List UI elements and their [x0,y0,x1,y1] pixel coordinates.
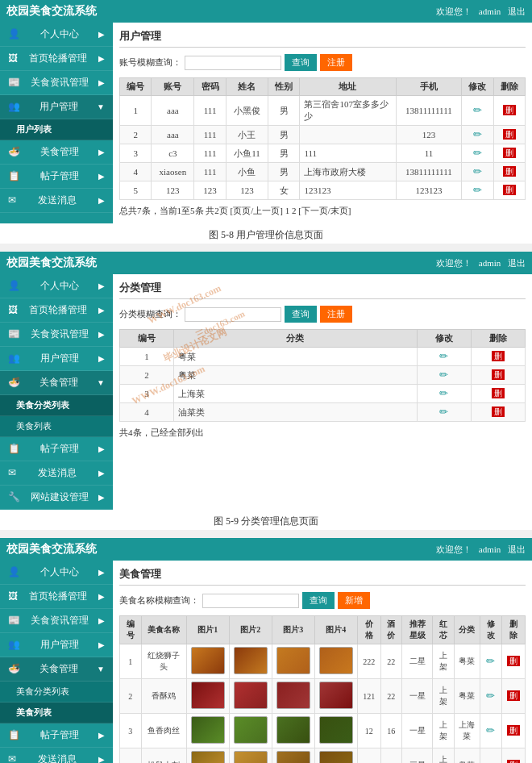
sidebar-item-msg-3[interactable]: ✉ 发送消息 ▶ [0,748,113,763]
edit-icon[interactable]: ✏ [439,406,448,418]
cell-del[interactable]: 删 [471,403,525,422]
cell-del[interactable]: 删 [493,96,525,126]
edit-icon[interactable]: ✏ [486,655,495,667]
search-button-3[interactable]: 查询 [302,592,335,609]
cell-edit[interactable]: ✏ [462,96,493,126]
cell-del[interactable]: 删 [501,748,525,764]
sidebar-item-news-1[interactable]: 📰 关食资讯管理 ▶ [0,71,113,95]
sidebar-item-users-2[interactable]: 👥 用户管理 ▶ [0,347,113,371]
sidebar-subitem-foodlist-3[interactable]: 美食列表 [0,703,113,723]
edit-icon[interactable]: ✏ [439,387,448,399]
search-input-1[interactable] [185,56,281,70]
sidebar-subitem-userlist-1[interactable]: 用户列表 [0,119,113,140]
delete-icon[interactable]: 删 [503,166,516,177]
main-layout-1: 👤 个人中心 ▶ 🖼 首页轮播管理 ▶ 📰 关食资讯管理 ▶ 👥 用户管理 ▼ … [0,23,532,223]
delete-icon[interactable]: 删 [503,129,516,140]
logout-link-3[interactable]: 退出 [508,544,526,554]
delete-icon[interactable]: 删 [492,369,505,380]
sidebar-item-carousel-1[interactable]: 🖼 首页轮播管理 ▶ [0,47,113,71]
edit-icon[interactable]: ✏ [439,350,448,362]
delete-icon[interactable]: 删 [492,388,505,398]
delete-icon[interactable]: 删 [507,760,520,763]
search-button-1[interactable]: 查询 [285,54,317,71]
edit-icon[interactable]: ✏ [473,165,482,177]
cell-edit[interactable]: ✏ [462,163,493,181]
cell-del[interactable]: 删 [493,181,525,200]
cell-del[interactable]: 删 [471,366,525,385]
top-right-1: 欢迎您！ admin 退出 [431,6,526,18]
sidebar-item-posts-2[interactable]: 📋 帖子管理 ▶ [0,437,113,461]
cell-del[interactable]: 删 [471,385,525,403]
cell-del[interactable]: 删 [501,644,525,679]
admin-link-2[interactable]: admin [479,258,501,268]
delete-icon[interactable]: 删 [507,690,520,701]
system-title-1: 校园美食交流系统 [6,4,97,19]
sidebar-item-posts-3[interactable]: 📋 帖子管理 ▶ [0,723,113,748]
cell-del[interactable]: 删 [493,163,525,181]
cell-edit[interactable]: ✏ [417,403,471,422]
admin-link-3[interactable]: admin [479,544,501,554]
delete-icon[interactable]: 删 [492,407,505,417]
delete-icon[interactable]: 删 [507,725,520,736]
cell-del[interactable]: 删 [471,348,525,366]
logout-link-2[interactable]: 退出 [508,258,526,268]
sidebar-item-news-2[interactable]: 📰 关食资讯管理 ▶ [0,323,113,347]
sidebar-item-users-3[interactable]: 👥 用户管理 ▶ [0,633,113,657]
delete-icon[interactable]: 删 [503,148,516,158]
edit-icon[interactable]: ✏ [473,104,482,116]
table-row: 4 松鼠上刺 12 12 三星 上架 粤菜 ✏ 删 [120,748,526,764]
add-button-1[interactable]: 注册 [320,54,352,71]
edit-icon[interactable]: ✏ [439,369,448,381]
admin-link-1[interactable]: admin [479,6,501,16]
cell-del[interactable]: 删 [493,144,525,163]
cell-edit[interactable]: ✏ [462,126,493,144]
add-button-3[interactable]: 新增 [338,592,370,609]
sidebar-item-food-3[interactable]: 🍜 关食管理 ▼ [0,657,113,682]
sidebar-item-msg-2[interactable]: ✉ 发送消息 ▶ [0,461,113,486]
sidebar-item-carousel-3[interactable]: 🖼 首页轮播管理 ▶ [0,585,113,609]
cell-edit[interactable]: ✏ [480,748,501,764]
sidebar-item-profile-2[interactable]: 👤 个人中心 ▶ [0,274,113,298]
sidebar-subitem-catlist-3[interactable]: 美食分类列表 [0,682,113,703]
content-3: 美食管理 美食名称模糊查询： 查询 新增 编号 美食名称 图片1 图片2 图片3… [113,561,532,763]
edit-icon[interactable]: ✏ [486,690,495,702]
delete-icon[interactable]: 删 [507,656,520,666]
add-button-2[interactable]: 注册 [320,306,352,323]
cell-edit[interactable]: ✏ [462,144,493,163]
cell-edit[interactable]: ✏ [417,348,471,366]
sidebar-item-posts-1[interactable]: 📋 帖子管理 ▶ [0,165,113,189]
sidebar-item-webmgr-2[interactable]: 🔧 网站建设管理 ▶ [0,486,113,510]
sidebar-item-news-3[interactable]: 📰 关食资讯管理 ▶ [0,609,113,633]
edit-icon[interactable]: ✏ [486,724,495,736]
cell-del[interactable]: 删 [501,679,525,714]
sidebar-subitem-foodlist-2[interactable]: 美食列表 [0,416,113,437]
edit-icon[interactable]: ✏ [473,128,482,140]
cell-del[interactable]: 删 [501,714,525,748]
edit-icon[interactable]: ✏ [486,759,495,763]
delete-icon[interactable]: 删 [492,351,505,361]
search-button-2[interactable]: 查询 [285,306,317,323]
edit-icon[interactable]: ✏ [473,184,482,196]
delete-icon[interactable]: 删 [503,105,516,115]
sidebar-item-food-1[interactable]: 🍜 美食管理 ▶ [0,140,113,165]
search-bar-3: 美食名称模糊查询： 查询 新增 [119,592,526,609]
delete-icon[interactable]: 删 [503,185,516,195]
edit-icon[interactable]: ✏ [473,147,482,159]
cell-edit[interactable]: ✏ [480,679,501,714]
sidebar-subitem-catlist-2[interactable]: 美食分类列表 [0,395,113,416]
search-input-3[interactable] [202,594,299,608]
logout-link-1[interactable]: 退出 [508,6,526,16]
sidebar-item-users-1[interactable]: 👥 用户管理 ▼ [0,95,113,119]
sidebar-item-carousel-2[interactable]: 🖼 首页轮播管理 ▶ [0,298,113,323]
cell-del[interactable]: 删 [493,126,525,144]
cell-edit[interactable]: ✏ [462,181,493,200]
sidebar-item-msg-1[interactable]: ✉ 发送消息 ▶ [0,189,113,213]
sidebar-item-profile-1[interactable]: 👤 个人中心 ▶ [0,23,113,47]
cell-edit[interactable]: ✏ [480,644,501,679]
cell-edit[interactable]: ✏ [480,714,501,748]
sidebar-item-profile-3[interactable]: 👤 个人中心 ▶ [0,561,113,585]
search-input-2[interactable] [185,307,281,322]
cell-edit[interactable]: ✏ [417,385,471,403]
sidebar-item-food-2[interactable]: 🍜 关食管理 ▼ [0,371,113,395]
cell-edit[interactable]: ✏ [417,366,471,385]
